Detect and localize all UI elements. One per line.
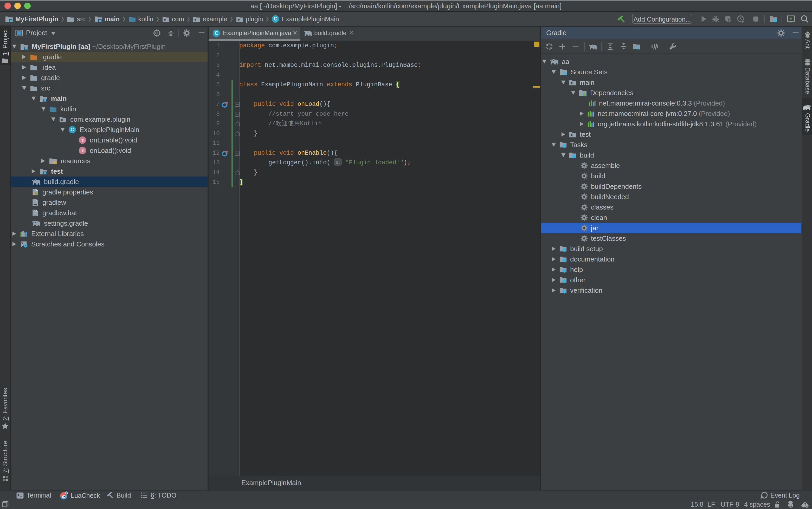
svg-text:C: C bbox=[70, 127, 74, 132]
svg-text:C: C bbox=[273, 16, 277, 22]
svg-text:C: C bbox=[215, 30, 218, 36]
svg-text:m: m bbox=[80, 148, 85, 153]
svg-text:m: m bbox=[80, 138, 85, 143]
